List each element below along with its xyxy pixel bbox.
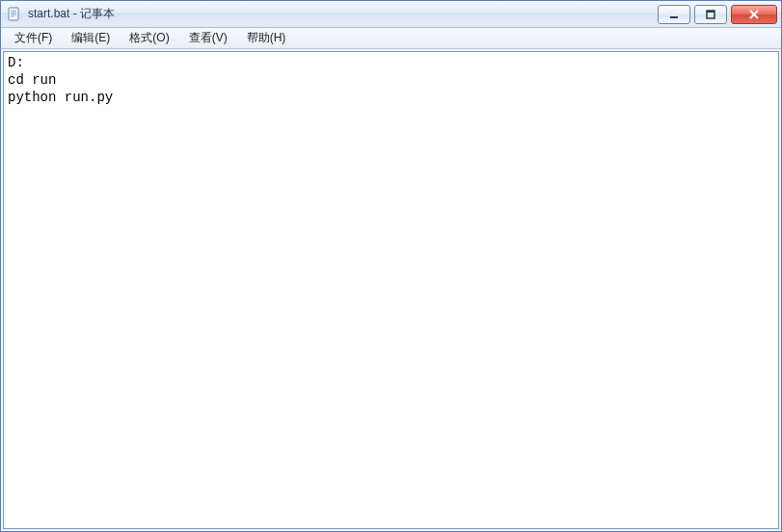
close-icon: [747, 9, 761, 20]
maximize-button[interactable]: [694, 5, 727, 24]
svg-rect-5: [670, 16, 678, 18]
text-editor[interactable]: [4, 52, 778, 528]
menubar: 文件(F) 编辑(E) 格式(O) 查看(V) 帮助(H): [1, 28, 781, 49]
window-controls: [658, 5, 777, 24]
menu-help[interactable]: 帮助(H): [237, 28, 296, 48]
menu-edit[interactable]: 编辑(E): [62, 28, 120, 48]
menu-format[interactable]: 格式(O): [120, 28, 178, 48]
notepad-window: start.bat - 记事本 文件(F): [0, 0, 782, 532]
maximize-icon: [705, 9, 716, 20]
notepad-icon: [7, 7, 22, 22]
window-title: start.bat - 记事本: [28, 6, 115, 22]
menu-view[interactable]: 查看(V): [179, 28, 237, 48]
menu-file[interactable]: 文件(F): [5, 28, 62, 48]
titlebar[interactable]: start.bat - 记事本: [1, 1, 781, 28]
minimize-button[interactable]: [658, 5, 690, 24]
svg-rect-7: [707, 11, 715, 13]
minimize-icon: [668, 9, 680, 20]
editor-frame: [3, 51, 779, 529]
close-button[interactable]: [731, 5, 777, 24]
editor-container: [1, 49, 781, 531]
